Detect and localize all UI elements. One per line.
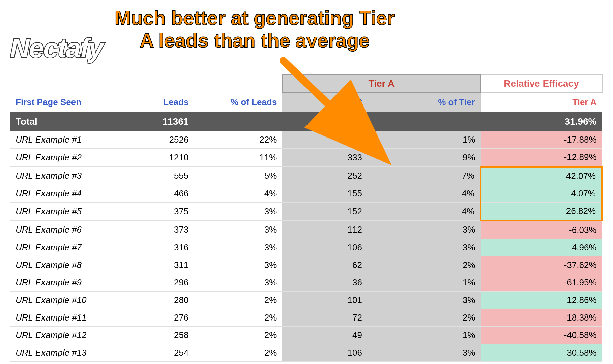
col-count: Count	[282, 93, 368, 112]
total-count: 3631	[282, 112, 368, 131]
col-leads: Leads	[137, 93, 194, 112]
row-count: 333	[282, 149, 368, 167]
row-page: URL Example #7	[10, 239, 137, 256]
row-count: 49	[282, 327, 368, 344]
row-count: 72	[282, 309, 368, 327]
page-wrapper: Nectafy Much better at generating Tier A…	[0, 0, 613, 364]
row-rel-efficacy: -40.58%	[481, 327, 602, 344]
table-row: URL Example #11 276 2% 72 2% -18.38%	[10, 309, 602, 327]
annotation-line2: A leads than the average	[115, 29, 395, 52]
row-pct-leads: 3%	[194, 274, 282, 292]
row-page: URL Example #2	[10, 149, 137, 167]
table-row: URL Example #9 296 3% 36 1% -61.95%	[10, 274, 602, 292]
row-rel-efficacy: 30.58%	[481, 344, 602, 362]
row-count: 252	[282, 167, 368, 185]
table-body: Total 11361 3631 31.96% URL Example #1 2…	[10, 112, 602, 362]
row-count: 152	[282, 203, 368, 221]
row-pct-tier: 1%	[368, 131, 481, 149]
row-count: 663	[282, 131, 368, 149]
row-page: URL Example #13	[10, 344, 137, 362]
row-pct-tier: 7%	[368, 167, 481, 185]
row-leads: 466	[137, 185, 194, 203]
row-rel-efficacy: 42.07%	[481, 167, 602, 185]
total-leads: 11361	[137, 112, 194, 131]
row-pct-tier: 3%	[368, 292, 481, 309]
row-leads: 316	[137, 239, 194, 256]
total-pct-leads	[194, 112, 282, 131]
relative-efficacy-group-header: Relative Efficacy	[481, 74, 602, 93]
total-pct-tier	[368, 112, 481, 131]
row-pct-leads: 11%	[194, 149, 282, 167]
row-page: URL Example #3	[10, 167, 137, 185]
row-pct-leads: 2%	[194, 292, 282, 309]
row-page: URL Example #4	[10, 185, 137, 203]
row-pct-leads: 4%	[194, 185, 282, 203]
row-pct-tier: 3%	[368, 221, 481, 239]
col-first-page: First Page Seen	[10, 93, 137, 112]
row-pct-tier: 3%	[368, 344, 481, 362]
total-label: Total	[10, 112, 137, 131]
row-rel-efficacy: -12.89%	[481, 149, 602, 167]
col-tier-a-eff: Tier A	[481, 93, 602, 112]
row-count: 155	[282, 185, 368, 203]
row-pct-leads: 2%	[194, 327, 282, 344]
row-pct-leads: 3%	[194, 203, 282, 221]
table-row: URL Example #7 316 3% 106 3% 4.96%	[10, 239, 602, 256]
row-pct-tier: 1%	[368, 274, 481, 292]
row-pct-tier: 2%	[368, 309, 481, 327]
row-pct-leads: 5%	[194, 167, 282, 185]
row-count: 62	[282, 256, 368, 274]
row-pct-leads: 3%	[194, 239, 282, 256]
row-pct-tier: 4%	[368, 203, 481, 221]
row-leads: 1210	[137, 149, 194, 167]
table-row: URL Example #6 373 3% 112 3% -6.03%	[10, 221, 602, 239]
annotation-line1: Much better at generating Tier	[115, 7, 395, 29]
table-row: URL Example #1 2526 22% 663 1% -17.88%	[10, 131, 602, 149]
table-row: URL Example #13 254 2% 106 3% 30.58%	[10, 344, 602, 362]
tier-a-group-header: Tier A	[282, 74, 480, 93]
row-page: URL Example #5	[10, 203, 137, 221]
total-rel-efficacy: 31.96%	[481, 112, 602, 131]
row-page: URL Example #10	[10, 292, 137, 309]
row-pct-tier: 4%	[368, 185, 481, 203]
row-pct-tier: 1%	[368, 327, 481, 344]
row-leads: 296	[137, 274, 194, 292]
row-leads: 280	[137, 292, 194, 309]
row-count: 106	[282, 344, 368, 362]
svg-text:Nectafy: Nectafy	[10, 33, 105, 63]
data-table: Tier A Relative Efficacy First Page Seen…	[10, 74, 603, 362]
row-rel-efficacy: -61.95%	[481, 274, 602, 292]
data-table-container: Tier A Relative Efficacy First Page Seen…	[10, 74, 603, 362]
row-count: 112	[282, 221, 368, 239]
row-leads: 375	[137, 203, 194, 221]
table-row: URL Example #12 258 2% 49 1% -40.58%	[10, 327, 602, 344]
empty-group-header	[10, 74, 282, 93]
row-rel-efficacy: -6.03%	[481, 221, 602, 239]
row-page: URL Example #6	[10, 221, 137, 239]
table-row: URL Example #8 311 3% 62 2% -37.62%	[10, 256, 602, 274]
row-count: 101	[282, 292, 368, 309]
table-row: URL Example #3 555 5% 252 7% 42.07%	[10, 167, 602, 185]
row-rel-efficacy: 4.07%	[481, 185, 602, 203]
row-pct-leads: 22%	[194, 131, 282, 149]
table-row: URL Example #10 280 2% 101 3% 12.86%	[10, 292, 602, 309]
row-leads: 555	[137, 167, 194, 185]
row-page: URL Example #1	[10, 131, 137, 149]
row-pct-leads: 3%	[194, 256, 282, 274]
row-pct-tier: 9%	[368, 149, 481, 167]
row-leads: 311	[137, 256, 194, 274]
col-pct-leads: % of Leads	[194, 93, 282, 112]
row-rel-efficacy: -17.88%	[481, 131, 602, 149]
row-leads: 2526	[137, 131, 194, 149]
row-page: URL Example #9	[10, 274, 137, 292]
table-row: URL Example #5 375 3% 152 4% 26.82%	[10, 203, 602, 221]
row-pct-leads: 2%	[194, 344, 282, 362]
annotation: Much better at generating Tier A leads t…	[115, 7, 395, 52]
row-page: URL Example #8	[10, 256, 137, 274]
table-row: URL Example #4 466 4% 155 4% 4.07%	[10, 185, 602, 203]
row-leads: 373	[137, 221, 194, 239]
row-leads: 276	[137, 309, 194, 327]
row-rel-efficacy: 4.96%	[481, 239, 602, 256]
row-pct-leads: 2%	[194, 309, 282, 327]
row-leads: 258	[137, 327, 194, 344]
